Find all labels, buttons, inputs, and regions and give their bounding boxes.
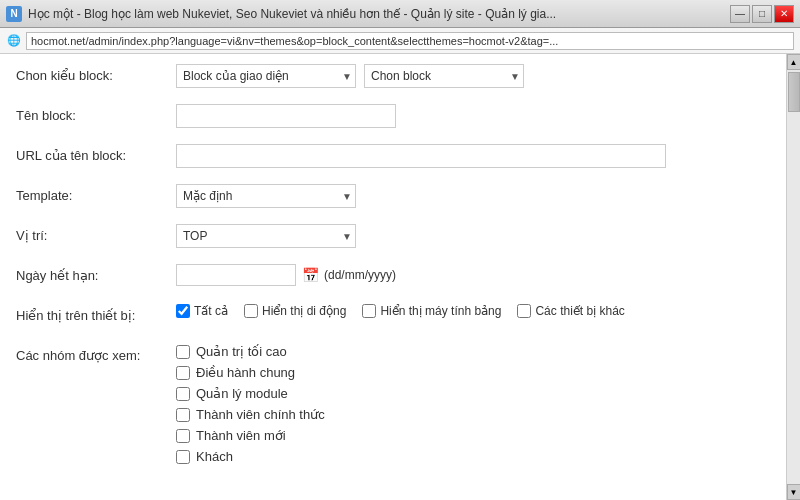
group-checkbox-2[interactable]	[176, 387, 190, 401]
scrollbar-down-button[interactable]: ▼	[787, 484, 801, 500]
calendar-icon[interactable]: 📅	[300, 265, 320, 285]
chon-block-wrapper: Chon block ▼	[364, 64, 524, 88]
url-block-control	[176, 144, 770, 168]
vitri-select[interactable]: TOP	[176, 224, 356, 248]
date-format-label: (dd/mm/yyyy)	[324, 268, 396, 282]
date-input[interactable]	[176, 264, 296, 286]
page-container: Chon kiểu block: Block của giao diện ▼ C…	[0, 54, 800, 500]
group-label-3: Thành viên chính thức	[196, 407, 325, 422]
group-item-4[interactable]: Thành viên mới	[176, 428, 770, 443]
block-type-wrapper: Block của giao diện ▼	[176, 64, 356, 88]
address-bar: 🌐	[0, 28, 800, 54]
group-checkbox-4[interactable]	[176, 429, 190, 443]
di-dong-label: Hiển thị di động	[262, 304, 346, 318]
group-item-3[interactable]: Thành viên chính thức	[176, 407, 770, 422]
may-tinh-bang-checkbox[interactable]	[362, 304, 376, 318]
group-checkbox-1[interactable]	[176, 366, 190, 380]
di-dong-checkbox[interactable]	[244, 304, 258, 318]
template-control: Mặc định ▼	[176, 184, 770, 208]
address-input[interactable]	[26, 32, 794, 50]
chon-kieu-block-controls: Block của giao diện ▼ Chon block ▼	[176, 64, 770, 88]
groups-list: Quản trị tối cao Điều hành chung Quản lý…	[176, 344, 770, 464]
group-label-0: Quản trị tối cao	[196, 344, 287, 359]
hien-thi-control: Tất cả Hiển thị di động Hiển thị máy tín…	[176, 304, 770, 318]
hien-thi-row: Hiển thị trên thiết bị: Tất cả Hiển thị …	[16, 304, 770, 332]
url-block-row: URL của tên block:	[16, 144, 770, 172]
close-button[interactable]: ✕	[774, 5, 794, 23]
hien-thi-checkboxes: Tất cả Hiển thị di động Hiển thị máy tín…	[176, 304, 770, 318]
group-label-5: Khách	[196, 449, 233, 464]
scrollbar-thumb[interactable]	[788, 72, 800, 112]
ngay-het-han-label: Ngày hết hạn:	[16, 264, 176, 283]
browser-icon: N	[6, 6, 22, 22]
scrollbar-up-button[interactable]: ▲	[787, 54, 801, 70]
cac-nhom-control: Quản trị tối cao Điều hành chung Quản lý…	[176, 344, 770, 464]
group-item-0[interactable]: Quản trị tối cao	[176, 344, 770, 359]
cac-nhom-label: Các nhóm được xem:	[16, 344, 176, 363]
group-label-2: Quản lý module	[196, 386, 288, 401]
group-item-5[interactable]: Khách	[176, 449, 770, 464]
template-select[interactable]: Mặc định	[176, 184, 356, 208]
block-type-select[interactable]: Block của giao diện	[176, 64, 356, 88]
ten-block-control	[176, 104, 770, 128]
scrollbar[interactable]: ▲ ▼	[786, 54, 800, 500]
group-checkbox-0[interactable]	[176, 345, 190, 359]
group-label-1: Điều hành chung	[196, 365, 295, 380]
group-checkbox-3[interactable]	[176, 408, 190, 422]
scrollbar-track	[787, 70, 800, 484]
thiet-bi-khac-label: Các thiết bị khác	[535, 304, 624, 318]
thiet-bi-khac-checkbox[interactable]	[517, 304, 531, 318]
chon-kieu-block-label: Chon kiểu block:	[16, 64, 176, 83]
url-block-input[interactable]	[176, 144, 666, 168]
ngay-het-han-control: 📅 (dd/mm/yyyy)	[176, 264, 770, 286]
window-controls: — □ ✕	[730, 5, 794, 23]
maximize-button[interactable]: □	[752, 5, 772, 23]
tat-ca-label: Tất cả	[194, 304, 228, 318]
vitri-label: Vị trí:	[16, 224, 176, 243]
template-wrapper: Mặc định ▼	[176, 184, 356, 208]
group-item-2[interactable]: Quản lý module	[176, 386, 770, 401]
group-label-4: Thành viên mới	[196, 428, 286, 443]
may-tinh-bang-label: Hiển thị máy tính bảng	[380, 304, 501, 318]
chon-kieu-block-row: Chon kiểu block: Block của giao diện ▼ C…	[16, 64, 770, 92]
ngay-het-han-row: Ngày hết hạn: 📅 (dd/mm/yyyy)	[16, 264, 770, 292]
template-label: Template:	[16, 184, 176, 203]
window-title: Học một - Blog học làm web Nukeviet, Seo…	[28, 7, 724, 21]
date-wrapper: 📅 (dd/mm/yyyy)	[176, 264, 770, 286]
group-item-1[interactable]: Điều hành chung	[176, 365, 770, 380]
template-row: Template: Mặc định ▼	[16, 184, 770, 212]
vitri-control: TOP ▼	[176, 224, 770, 248]
url-block-label: URL của tên block:	[16, 144, 176, 163]
page-icon: 🌐	[6, 33, 22, 49]
ten-block-row: Tên block:	[16, 104, 770, 132]
main-content: Chon kiểu block: Block của giao diện ▼ C…	[0, 54, 786, 500]
di-dong-checkbox-item[interactable]: Hiển thị di động	[244, 304, 346, 318]
cac-nhom-row: Các nhóm được xem: Quản trị tối cao Điều…	[16, 344, 770, 464]
hien-thi-label: Hiển thị trên thiết bị:	[16, 304, 176, 323]
ten-block-label: Tên block:	[16, 104, 176, 123]
group-checkbox-5[interactable]	[176, 450, 190, 464]
tat-ca-checkbox[interactable]	[176, 304, 190, 318]
vitri-row: Vị trí: TOP ▼	[16, 224, 770, 252]
may-tinh-bang-checkbox-item[interactable]: Hiển thị máy tính bảng	[362, 304, 501, 318]
ten-block-input[interactable]	[176, 104, 396, 128]
thiet-bi-khac-checkbox-item[interactable]: Các thiết bị khác	[517, 304, 624, 318]
title-bar: N Học một - Blog học làm web Nukeviet, S…	[0, 0, 800, 28]
chon-block-select[interactable]: Chon block	[364, 64, 524, 88]
vitri-wrapper: TOP ▼	[176, 224, 356, 248]
minimize-button[interactable]: —	[730, 5, 750, 23]
tat-ca-checkbox-item[interactable]: Tất cả	[176, 304, 228, 318]
